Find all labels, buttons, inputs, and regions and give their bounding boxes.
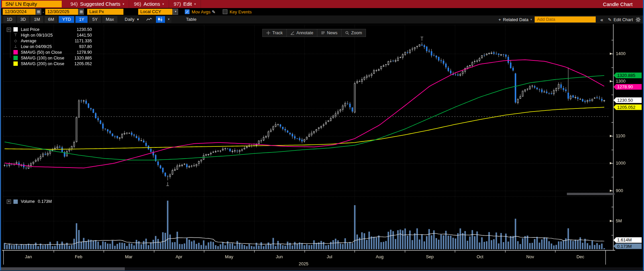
- price-axis-badge: 1230.50: [613, 97, 642, 103]
- mov-avgs-checkbox[interactable]: ✓: [185, 9, 190, 14]
- settings-gear-icon[interactable]: [636, 17, 641, 22]
- range-button-5y[interactable]: 5Y: [89, 16, 101, 23]
- security-ticker-input[interactable]: SN/ LN Equity: [2, 1, 62, 7]
- line-chart-icon[interactable]: [145, 16, 154, 23]
- legend-collapse-icon[interactable]: −: [7, 28, 11, 32]
- date-range-separator: -: [41, 9, 45, 14]
- mov-avgs-label: Mov Avgs: [192, 9, 210, 14]
- chevron-down-icon: ▾: [123, 0, 124, 8]
- chevron-down-icon: ▾: [194, 0, 196, 8]
- date-from-input[interactable]: 12/30/2024: [3, 9, 36, 15]
- range-button-max[interactable]: Max: [102, 16, 117, 23]
- range-button-1d[interactable]: 1D: [3, 16, 16, 23]
- axis-month-label-jun: Jun: [276, 254, 283, 259]
- horizontal-scrollbar[interactable]: [0, 267, 644, 270]
- legend-average-icon: ◇: [13, 39, 18, 43]
- pencil-icon: ✎: [608, 17, 611, 22]
- legend-swatch: [13, 61, 18, 66]
- key-events-checkbox[interactable]: [223, 9, 227, 14]
- legend-expand-icon[interactable]: +: [7, 199, 11, 204]
- legend-row-average: ◇Average1171.335: [13, 38, 92, 44]
- add-data-input[interactable]: Add Data: [535, 16, 596, 22]
- annotate-button[interactable]: Annotate: [287, 29, 317, 37]
- axis-month-label-nov: Nov: [526, 254, 534, 259]
- price-axis-tick-label: 1300: [616, 79, 626, 84]
- zoom-button[interactable]: Zoom: [341, 29, 366, 37]
- calendar-icon[interactable]: ▦: [78, 9, 84, 15]
- edit-mov-avgs-icon[interactable]: ✎: [212, 9, 215, 14]
- table-button[interactable]: Table: [183, 16, 200, 23]
- annotate-label: Annotate: [297, 31, 313, 35]
- news-button[interactable]: News: [317, 29, 341, 37]
- chart-type-caret[interactable]: ▼: [166, 16, 171, 23]
- volume-legend: + Volume 0.173M: [13, 199, 52, 204]
- legend-value: 1171.335: [72, 39, 92, 43]
- axis-month-label-feb: Feb: [75, 254, 82, 259]
- related-data-button[interactable]: + Related Data ▾: [498, 17, 532, 22]
- range-button-6m[interactable]: 6M: [45, 16, 57, 23]
- menu-items: 94)Suggested Charts▾96)Actions▾97)Edit▾: [66, 0, 201, 8]
- price-field-select[interactable]: Last Px: [87, 9, 123, 15]
- legend-value: 1205.052: [72, 61, 92, 66]
- legend-value: 1278.90: [72, 50, 92, 55]
- legend-label: Low on 04/09/25: [21, 44, 72, 49]
- volume-label: Volume: [21, 199, 35, 204]
- range-button-3d[interactable]: 3D: [17, 16, 30, 23]
- axis-month-label-jul: Jul: [327, 254, 332, 259]
- chart-type-title: Candle Chart: [603, 1, 644, 7]
- date-to-input[interactable]: 12/30/2025: [45, 9, 78, 15]
- legend-label: Last Price: [21, 27, 72, 32]
- currency-dropdown-icon[interactable]: ▼: [173, 9, 178, 15]
- chevron-down-icon: ▾: [162, 0, 164, 8]
- axis-month-label-oct: Oct: [477, 254, 483, 259]
- price-axis-badge: 1278.90: [613, 84, 642, 90]
- menu-item-actions[interactable]: 96)Actions▾: [129, 0, 169, 8]
- range-button-ytd[interactable]: YTD: [59, 16, 74, 23]
- axis-month-label-mar: Mar: [125, 254, 132, 259]
- legend-row-high-on-09-10-25: ⊤High on 09/10/251441.50: [13, 32, 92, 38]
- range-buttons: 1D3D1M6MYTD1Y5YMax: [3, 16, 117, 23]
- range-button-1y[interactable]: 1Y: [75, 16, 88, 23]
- edit-chart-button[interactable]: ✎ Edit Chart: [608, 17, 633, 22]
- legend-label: SMAVG (50) on Close: [21, 50, 72, 55]
- menu-item-number: 97): [174, 0, 181, 8]
- scrollbar-handle[interactable]: [0, 267, 125, 270]
- zoom-icon: [345, 31, 349, 35]
- collapse-panel-button[interactable]: «: [598, 17, 605, 22]
- plus-icon: +: [498, 17, 501, 22]
- axis-month-label-aug: Aug: [376, 254, 383, 259]
- menu-item-edit[interactable]: 97)Edit▾: [169, 0, 201, 8]
- legend-high-on-09-10-25-icon: ⊤: [13, 33, 18, 37]
- price-axis-tick-label: 1100: [616, 133, 625, 138]
- related-data-label: Related Data: [503, 17, 529, 22]
- range-button-1m[interactable]: 1M: [31, 16, 43, 23]
- price-axis-badge: 1320.885: [613, 73, 642, 78]
- track-button[interactable]: Track: [263, 29, 287, 37]
- news-label: News: [327, 31, 337, 35]
- candle-chart-icon[interactable]: [156, 16, 165, 23]
- menu-item-suggested-charts[interactable]: 94)Suggested Charts▾: [66, 0, 129, 8]
- legend-label: High on 09/10/25: [21, 33, 72, 38]
- key-events-label: Key Events: [229, 9, 252, 14]
- legend-swatch: [13, 50, 18, 54]
- currency-select[interactable]: Local CCY: [138, 9, 172, 15]
- volume-axis-badge: 0.173M: [613, 243, 642, 249]
- calendar-icon[interactable]: ▦: [36, 9, 41, 15]
- axis-month-label-dec: Dec: [577, 254, 584, 259]
- chart-settings-row: 12/30/2024 ▦ - 12/30/2025 ▦ Last Px Loca…: [0, 8, 644, 15]
- pane-splitter-handle[interactable]: [567, 193, 614, 195]
- window-border-left: [0, 0, 1, 271]
- candle-chart-canvas[interactable]: [0, 0, 644, 271]
- price-axis-badge: 1205.052: [613, 104, 642, 110]
- price-axis-tick-label: 1000: [616, 161, 626, 166]
- legend-value: 937.80: [72, 44, 92, 49]
- track-label: Track: [272, 31, 283, 35]
- bloomberg-candle-chart-window: { "window": { "ticker": "SN/ LN Equity",…: [0, 0, 644, 271]
- price-axis-tick-label: 900: [616, 188, 623, 193]
- legend-row-smavg-100-on-close: SMAVG (100) on Close1320.885: [13, 55, 92, 61]
- volume-swatch: [13, 199, 18, 204]
- periodicity-label: Daily: [125, 16, 135, 23]
- legend-low-on-04-09-25-icon: ⊥: [13, 44, 18, 49]
- axis-year-label: 2025: [299, 261, 309, 266]
- periodicity-select[interactable]: Daily ▼: [121, 16, 143, 23]
